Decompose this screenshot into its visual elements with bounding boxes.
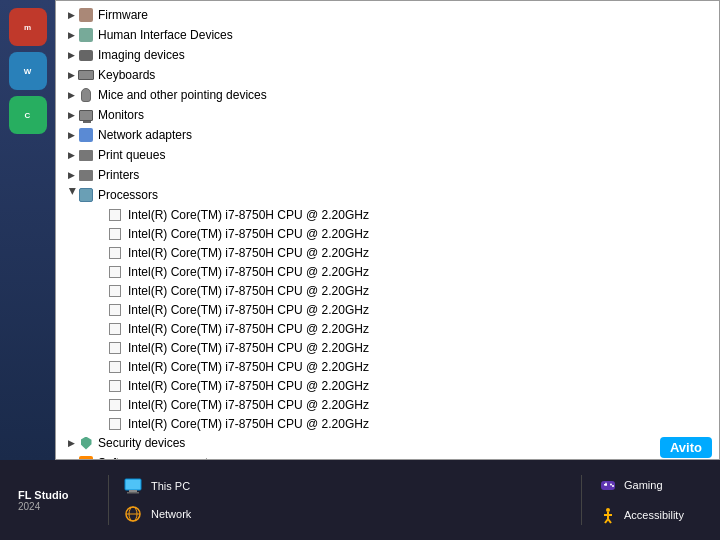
device-tree: ▶ Firmware ▶ Human Interface Devices ▶ I…: [56, 1, 719, 459]
cpu-icon: [108, 359, 124, 375]
taskbar-item-accessibility[interactable]: Accessibility: [590, 502, 710, 528]
processor-item[interactable]: Intel(R) Core(TM) i7-8750H CPU @ 2.20GHz: [56, 319, 719, 338]
chevron-mice: ▶: [64, 88, 78, 102]
chevron-printq: ▶: [64, 148, 78, 162]
mouse-icon: [78, 87, 94, 103]
processor-label: Intel(R) Core(TM) i7-8750H CPU @ 2.20GHz: [128, 341, 369, 355]
processor-item[interactable]: Intel(R) Core(TM) i7-8750H CPU @ 2.20GHz: [56, 395, 719, 414]
processor-item[interactable]: Intel(R) Core(TM) i7-8750H CPU @ 2.20GHz: [56, 376, 719, 395]
tree-item-hid[interactable]: ▶ Human Interface Devices: [56, 25, 719, 45]
imaging-label: Imaging devices: [98, 48, 185, 62]
processor-label: Intel(R) Core(TM) i7-8750H CPU @ 2.20GHz: [128, 303, 369, 317]
accessibility-icon: [598, 505, 618, 525]
network-label: Network adapters: [98, 128, 192, 142]
cpu-icon: [108, 207, 124, 223]
gaming-icon: [598, 475, 618, 495]
monitors-label: Monitors: [98, 108, 144, 122]
processor-item[interactable]: Intel(R) Core(TM) i7-8750H CPU @ 2.20GHz: [56, 338, 719, 357]
chevron-imaging: ▶: [64, 48, 78, 62]
chevron-network: ▶: [64, 128, 78, 142]
tree-item-imaging[interactable]: ▶ Imaging devices: [56, 45, 719, 65]
cpu-icon: [108, 416, 124, 432]
processor-item[interactable]: Intel(R) Core(TM) i7-8750H CPU @ 2.20GHz: [56, 300, 719, 319]
taskbar-middle-items: This PC Network: [117, 474, 573, 526]
processor-label: Intel(R) Core(TM) i7-8750H CPU @ 2.20GHz: [128, 265, 369, 279]
chevron-printers: ▶: [64, 168, 78, 182]
software-icon: [78, 455, 94, 459]
taskbar-item-network[interactable]: Network: [117, 502, 573, 526]
left-app-strip: m W C: [0, 0, 55, 460]
chevron-firmware: ▶: [64, 8, 78, 22]
security-icon: [78, 435, 94, 451]
tree-item-monitors[interactable]: ▶ Monitors: [56, 105, 719, 125]
taskbar-thispc-label: This PC: [151, 480, 190, 492]
avito-badge: Avito: [660, 437, 712, 458]
chevron-monitors: ▶: [64, 108, 78, 122]
hid-label: Human Interface Devices: [98, 28, 233, 42]
app-icon-media[interactable]: m: [9, 8, 47, 46]
network-icon: [78, 127, 94, 143]
processors-icon: [78, 187, 94, 203]
taskbar-divider: [108, 475, 109, 525]
device-manager-window: ▶ Firmware ▶ Human Interface Devices ▶ I…: [55, 0, 720, 460]
chevron-hid: ▶: [64, 28, 78, 42]
svg-point-9: [610, 484, 612, 486]
processor-label: Intel(R) Core(TM) i7-8750H CPU @ 2.20GHz: [128, 417, 369, 431]
processor-item[interactable]: Intel(R) Core(TM) i7-8750H CPU @ 2.20GHz: [56, 414, 719, 433]
gaming-label: Gaming: [624, 479, 663, 491]
processor-item[interactable]: Intel(R) Core(TM) i7-8750H CPU @ 2.20GHz: [56, 243, 719, 262]
processor-label: Intel(R) Core(TM) i7-8750H CPU @ 2.20GHz: [128, 284, 369, 298]
network-taskbar-icon: [123, 504, 143, 524]
keyboards-label: Keyboards: [98, 68, 155, 82]
taskbar-left-app[interactable]: FL Studio 2024: [10, 489, 100, 512]
chevron-keyboards: ▶: [64, 68, 78, 82]
cpu-icon: [108, 397, 124, 413]
printq-icon: [78, 147, 94, 163]
tree-item-network[interactable]: ▶ Network adapters: [56, 125, 719, 145]
processor-item[interactable]: Intel(R) Core(TM) i7-8750H CPU @ 2.20GHz: [56, 357, 719, 376]
security-label: Security devices: [98, 436, 185, 450]
taskbar-item-thispc[interactable]: This PC: [117, 474, 573, 498]
tree-item-security[interactable]: ▶ Security devices: [56, 433, 719, 453]
processor-item[interactable]: Intel(R) Core(TM) i7-8750H CPU @ 2.20GHz: [56, 281, 719, 300]
taskbar: FL Studio 2024 This PC Netwo: [0, 460, 720, 540]
tree-item-printers[interactable]: ▶ Printers: [56, 165, 719, 185]
software-label: Software components: [98, 456, 214, 459]
svg-rect-2: [127, 492, 139, 494]
cpu-icon: [108, 226, 124, 242]
tree-item-software[interactable]: ▶ Software components: [56, 453, 719, 459]
processor-item[interactable]: Intel(R) Core(TM) i7-8750H CPU @ 2.20GHz: [56, 205, 719, 224]
app-icon-word[interactable]: W: [9, 52, 47, 90]
monitor-icon: [78, 107, 94, 123]
taskbar-right-items: Gaming Accessibility: [590, 472, 710, 528]
svg-rect-0: [125, 479, 141, 490]
tree-item-firmware[interactable]: ▶ Firmware: [56, 5, 719, 25]
processor-list: Intel(R) Core(TM) i7-8750H CPU @ 2.20GHz…: [56, 205, 719, 433]
taskbar-app-year: 2024: [18, 501, 100, 512]
processor-item[interactable]: Intel(R) Core(TM) i7-8750H CPU @ 2.20GHz: [56, 224, 719, 243]
svg-rect-1: [129, 490, 137, 492]
keyboard-icon: [78, 67, 94, 83]
svg-rect-8: [605, 483, 607, 486]
taskbar-item-gaming[interactable]: Gaming: [590, 472, 710, 498]
processor-label: Intel(R) Core(TM) i7-8750H CPU @ 2.20GHz: [128, 208, 369, 222]
cpu-icon: [108, 245, 124, 261]
printq-label: Print queues: [98, 148, 165, 162]
chevron-software: ▶: [64, 456, 78, 459]
thispc-icon: [123, 476, 143, 496]
printers-icon: [78, 167, 94, 183]
chevron-processors: ▶: [64, 188, 78, 202]
svg-point-10: [612, 485, 614, 487]
processor-label: Intel(R) Core(TM) i7-8750H CPU @ 2.20GHz: [128, 379, 369, 393]
svg-point-11: [606, 508, 610, 512]
app-icon-cayl[interactable]: C: [9, 96, 47, 134]
processor-label: Intel(R) Core(TM) i7-8750H CPU @ 2.20GHz: [128, 360, 369, 374]
processor-item[interactable]: Intel(R) Core(TM) i7-8750H CPU @ 2.20GHz: [56, 262, 719, 281]
imaging-icon: [78, 47, 94, 63]
tree-item-printq[interactable]: ▶ Print queues: [56, 145, 719, 165]
tree-item-mice[interactable]: ▶ Mice and other pointing devices: [56, 85, 719, 105]
processor-label: Intel(R) Core(TM) i7-8750H CPU @ 2.20GHz: [128, 246, 369, 260]
printers-label: Printers: [98, 168, 139, 182]
tree-item-processors[interactable]: ▶ Processors: [56, 185, 719, 205]
tree-item-keyboards[interactable]: ▶ Keyboards: [56, 65, 719, 85]
